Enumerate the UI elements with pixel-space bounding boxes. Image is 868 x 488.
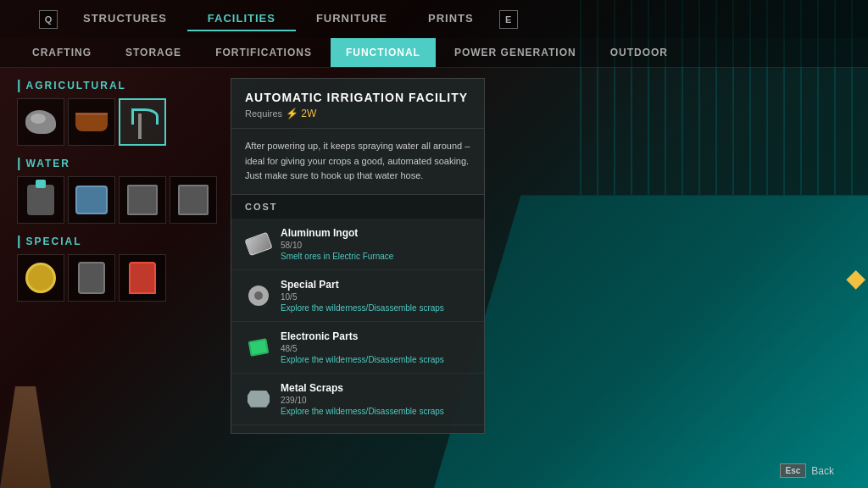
detail-header: AUTOMATIC IRRIGATION FACILITY Requires ⚡… xyxy=(231,79,484,129)
ingot-icon xyxy=(244,232,272,256)
cost-icon-electronic xyxy=(245,334,272,361)
category-label-water: WATER xyxy=(17,156,217,171)
cost-hint-special-part: Explore the wilderness/Disassemble scrap… xyxy=(281,303,470,313)
electronic-icon xyxy=(248,338,270,357)
detail-description: After powering up, it keeps spraying wat… xyxy=(231,129,484,195)
irrigation-icon xyxy=(128,105,157,139)
rock-icon xyxy=(25,110,56,134)
power-icon: ⚡ 2W xyxy=(286,108,316,119)
container2-icon xyxy=(178,185,209,215)
tab-facilities[interactable]: FACILITIES xyxy=(187,7,296,31)
tab-structures[interactable]: STRUCTURES xyxy=(63,7,187,31)
subtab-crafting[interactable]: CRAFTING xyxy=(17,38,107,67)
tab-prints[interactable]: PRINTS xyxy=(408,7,494,31)
cost-icon-special-part xyxy=(245,282,272,309)
category-label-agricultural: AGRICULTURAL xyxy=(17,78,217,93)
category-special: SPECIAL xyxy=(17,234,217,302)
sub-nav: CRAFTING STORAGE FORTIFICATIONS FUNCTION… xyxy=(0,38,868,68)
arcade-icon xyxy=(129,262,156,294)
cost-name-special-part: Special Part xyxy=(281,279,470,291)
cost-icon-metal-scraps xyxy=(245,385,272,413)
left-panel: AGRICULTURAL WATER xyxy=(17,78,217,478)
subtab-fortifications[interactable]: FORTIFICATIONS xyxy=(200,38,327,67)
item-slot-tank[interactable] xyxy=(68,176,115,224)
cost-hint-metal-scraps: Explore the wilderness/Disassemble scrap… xyxy=(281,407,470,416)
content-area: AGRICULTURAL WATER xyxy=(0,68,868,488)
machine-g-icon xyxy=(78,262,105,294)
item-slot-container[interactable] xyxy=(119,176,166,224)
item-slot-machine-y[interactable] xyxy=(17,254,64,302)
tank-icon xyxy=(75,186,108,214)
detail-panel: AUTOMATIC IRRIGATION FACILITY Requires ⚡… xyxy=(231,78,485,434)
subtab-functional[interactable]: FUNCTIONAL xyxy=(331,38,436,67)
detail-requires: Requires ⚡ 2W xyxy=(245,108,470,119)
special-items-row xyxy=(17,254,217,302)
subtab-outdoor[interactable]: OUTDOOR xyxy=(595,38,683,67)
cost-info-metal-scraps: Metal Scraps 239/10 Explore the wilderne… xyxy=(281,382,470,416)
cost-amount-electronic: 48/5 xyxy=(281,344,470,353)
cost-item-electronic: Electronic Parts 48/5 Explore the wilder… xyxy=(231,322,484,374)
cost-amount-special-part: 10/5 xyxy=(281,292,470,302)
cost-icon-aluminum xyxy=(245,230,272,258)
cost-name-metal-scraps: Metal Scraps xyxy=(281,382,470,394)
back-label: Back xyxy=(811,465,834,477)
cost-hint-aluminum: Smelt ores in Electric Furnace xyxy=(281,252,470,261)
top-nav: Q STRUCTURES FACILITIES FURNITURE PRINTS… xyxy=(0,0,868,38)
agricultural-items-row xyxy=(17,98,217,146)
item-slot-container2[interactable] xyxy=(170,176,217,224)
item-slot-trough[interactable] xyxy=(68,98,115,146)
right-nav-key[interactable]: E xyxy=(499,10,518,29)
cost-name-electronic: Electronic Parts xyxy=(281,330,470,342)
cost-name-aluminum: Aluminum Ingot xyxy=(281,227,470,239)
cost-info-electronic: Electronic Parts 48/5 Explore the wilder… xyxy=(281,330,470,364)
esc-back-area: Esc Back xyxy=(780,463,834,478)
diamond-hint-icon xyxy=(846,270,865,290)
scrap-icon xyxy=(248,391,270,408)
detail-title: AUTOMATIC IRRIGATION FACILITY xyxy=(245,91,470,104)
cost-item-aluminum: Aluminum Ingot 58/10 Smelt ores in Elect… xyxy=(231,219,484,270)
machine-y-icon xyxy=(25,263,56,293)
tab-furniture[interactable]: FURNITURE xyxy=(296,7,408,31)
cost-info-special-part: Special Part 10/5 Explore the wilderness… xyxy=(281,279,470,313)
subtab-storage[interactable]: STORAGE xyxy=(110,38,197,67)
category-agricultural: AGRICULTURAL xyxy=(17,78,217,146)
item-slot-pump[interactable] xyxy=(17,176,64,224)
pump-icon xyxy=(27,185,54,215)
container-icon xyxy=(127,185,158,215)
esc-key[interactable]: Esc xyxy=(780,463,807,478)
water-items-row xyxy=(17,176,217,224)
cost-item-special-part: Special Part 10/5 Explore the wilderness… xyxy=(231,270,484,322)
requires-label: Requires xyxy=(245,108,282,119)
item-slot-machine-g[interactable] xyxy=(68,254,115,302)
cost-hint-electronic: Explore the wilderness/Disassemble scrap… xyxy=(281,355,470,364)
cost-amount-metal-scraps: 239/10 xyxy=(281,396,470,405)
category-label-special: SPECIAL xyxy=(17,234,217,249)
cost-info-aluminum: Aluminum Ingot 58/10 Smelt ores in Elect… xyxy=(281,227,470,261)
cost-header: COST xyxy=(231,195,484,219)
cost-amount-aluminum: 58/10 xyxy=(281,241,470,250)
item-slot-arcade[interactable] xyxy=(119,254,166,302)
part-icon xyxy=(248,286,269,306)
category-water: WATER xyxy=(17,156,217,224)
item-slot-irrigation[interactable] xyxy=(119,98,166,146)
cost-list: Aluminum Ingot 58/10 Smelt ores in Elect… xyxy=(231,219,484,433)
subtab-power-generation[interactable]: POWER GENERATION xyxy=(439,38,592,67)
left-nav-key[interactable]: Q xyxy=(39,10,58,29)
trough-icon xyxy=(75,113,108,131)
item-slot-rock[interactable] xyxy=(17,98,64,146)
cost-item-metal-scraps: Metal Scraps 239/10 Explore the wilderne… xyxy=(231,374,484,425)
